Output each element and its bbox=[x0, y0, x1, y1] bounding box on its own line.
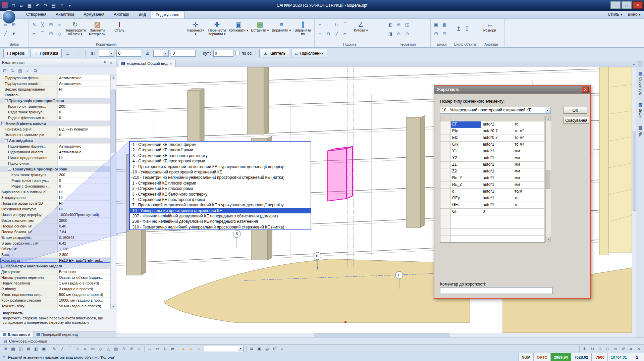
fe-type-list[interactable]: -1 - Стержневий КЕ плоскої ферми-2 - Сте… bbox=[129, 141, 311, 230]
value-cell[interactable]: auto*1 bbox=[481, 142, 513, 148]
pick-filter-icon[interactable]: ▼ bbox=[10, 29, 18, 38]
block-create-icon[interactable]: ▣ bbox=[432, 20, 440, 29]
convert-objects-button[interactable]: ↻Перетворити об'єкти ▾ bbox=[65, 20, 86, 36]
scroll-down-icon[interactable]: ▼ bbox=[111, 304, 116, 309]
move-button[interactable]: ✛Перенести ▾ bbox=[185, 20, 206, 36]
property-value[interactable]: 0 bbox=[58, 115, 110, 120]
collapse-icon[interactable]: − bbox=[1, 265, 4, 268]
property-row[interactable]: Налаштування перетинівОсьові та об'єми (… bbox=[0, 275, 110, 280]
property-row[interactable]: Умов. подовження стер...500 мм (задано в… bbox=[0, 292, 110, 298]
panel-tab-2[interactable]: Ліс bbox=[639, 124, 643, 139]
ribbon-tab-4[interactable]: Вид bbox=[134, 11, 151, 18]
fe-type-option[interactable]: -4 - Стержневий КЕ просторової ферми bbox=[130, 158, 311, 164]
stiffness-row[interactable]: EFauto*1тс bbox=[440, 121, 545, 128]
fe-type-option[interactable]: 2 - Стержневий КЕ плоскої рами bbox=[130, 186, 311, 191]
scroll-up-icon[interactable]: ▲ bbox=[546, 116, 551, 121]
print-icon[interactable]: ▤ bbox=[50, 2, 57, 9]
cut-line-icon[interactable]: ╱ bbox=[333, 29, 341, 38]
property-row[interactable]: Назва контуру перерізу1000x400Прямокутни… bbox=[0, 212, 110, 218]
row-selector-cell[interactable] bbox=[440, 162, 451, 168]
property-row[interactable]: −Автопідрізки bbox=[0, 138, 110, 144]
pick-line-icon[interactable]: ╱ bbox=[1, 29, 9, 38]
property-value[interactable]: 0.40 bbox=[58, 223, 110, 229]
row-selector-cell[interactable] bbox=[440, 209, 451, 215]
apply-icon[interactable]: ✓ bbox=[24, 67, 31, 74]
property-row[interactable]: Вирівнювання аналітичної...Ні bbox=[0, 189, 110, 195]
cut-scissors-icon[interactable]: ✂ bbox=[341, 29, 349, 38]
collapse-icon[interactable]: − bbox=[5, 139, 8, 142]
property-value[interactable]: 3 (задано в проекті) bbox=[58, 286, 110, 292]
close-icon[interactable]: ✕ bbox=[170, 62, 172, 65]
draw-text-icon[interactable]: A bbox=[120, 346, 127, 352]
ribbon-tab-0[interactable]: Створення bbox=[21, 11, 51, 18]
property-row[interactable]: Об'єднання контурівНі bbox=[0, 206, 110, 212]
expand-all-icon[interactable]: ▤ bbox=[17, 67, 23, 74]
param-cell[interactable]: Z2 bbox=[451, 168, 481, 175]
property-row[interactable]: Підрізування аналіті...Автоматично bbox=[0, 149, 110, 155]
scroll-track[interactable] bbox=[111, 80, 116, 304]
property-value[interactable]: Ні bbox=[58, 206, 110, 212]
new-document-icon[interactable]: □ bbox=[10, 2, 17, 9]
ok-button[interactable]: ОК bbox=[563, 107, 587, 114]
property-row[interactable]: Підрізування фізичн...Автоматично bbox=[0, 144, 110, 149]
ribbon-tab-2[interactable]: Армування bbox=[79, 11, 109, 18]
chevron-down-icon[interactable]: ⌄ bbox=[633, 62, 635, 66]
stiffness-row[interactable]: GF0 bbox=[440, 209, 545, 215]
selected-column[interactable] bbox=[328, 147, 353, 201]
draw-triangle-icon[interactable]: △ bbox=[105, 346, 112, 352]
value-cell[interactable]: 0 bbox=[481, 209, 513, 215]
dialog-title-bar[interactable]: Жорсткість ✕ bbox=[434, 86, 590, 94]
property-value[interactable]: Ні bbox=[58, 155, 110, 160]
scroll-thumb[interactable] bbox=[633, 131, 636, 211]
property-value[interactable]: 10000 мм (задано в про... bbox=[58, 298, 110, 303]
line-style-select[interactable]: ▾ bbox=[99, 50, 114, 57]
minimize-button[interactable]: – bbox=[610, 1, 621, 9]
property-row[interactable]: Вага, т2.800 bbox=[0, 252, 110, 258]
close-icon[interactable]: ✕ bbox=[582, 87, 589, 93]
property-value[interactable]: 0 bbox=[58, 178, 110, 183]
fe-type-option[interactable]: -2 - Стержневий КЕ плоскої рами bbox=[130, 147, 311, 153]
align-to-button[interactable]: ∥Вирівняти по bbox=[293, 20, 313, 36]
subtract-icon[interactable]: ⊟ bbox=[47, 29, 55, 38]
stiffness-row[interactable]: EIzauto*0.7тс·м² bbox=[440, 135, 545, 142]
fill-style-icon[interactable]: ◧ bbox=[89, 49, 97, 57]
stiffness-row[interactable]: Ru_Zauto*1мм bbox=[440, 182, 545, 189]
snap-perpendicular-icon[interactable]: ◧ bbox=[33, 346, 40, 352]
capital-button[interactable]: ▲ Капітель bbox=[259, 49, 289, 57]
snap-button[interactable]: ⊥ Прив'язка bbox=[30, 49, 62, 57]
row-selector-cell[interactable] bbox=[440, 121, 451, 128]
level-select[interactable]: ▾ bbox=[153, 50, 169, 57]
layer-select[interactable]: ▾ bbox=[204, 346, 244, 352]
properties-tab-0[interactable]: Властивості bbox=[0, 331, 34, 338]
fe-type-option[interactable]: 310 - Геометрично нелінійний універсальн… bbox=[130, 224, 311, 230]
offset-input-1[interactable] bbox=[116, 50, 141, 57]
property-value[interactable]: 2800 bbox=[58, 218, 110, 223]
collapse-icon[interactable]: − bbox=[8, 168, 11, 171]
property-value[interactable]: 1 мм (задано в проекті) bbox=[58, 280, 110, 286]
zoom-out-icon[interactable]: ⊖ bbox=[604, 346, 611, 352]
value-cell[interactable]: auto*1 bbox=[481, 121, 513, 128]
snap-center-icon[interactable]: ▣ bbox=[40, 346, 48, 352]
toolbar-options-icon[interactable]: ▾ bbox=[66, 2, 73, 9]
property-row[interactable]: −Нижній рівень колони bbox=[0, 121, 110, 126]
trim-icon[interactable]: ✂ bbox=[30, 29, 38, 38]
cut-up-icon[interactable]: ⊓ bbox=[324, 29, 332, 38]
fe-type-option[interactable]: 208 - Фізично нелінійний двовузловий КЕ … bbox=[130, 219, 311, 224]
property-row[interactable]: S арм.розрахунк., см²6.42 bbox=[0, 241, 110, 246]
cut-angle-icon[interactable]: ∟ bbox=[324, 20, 332, 29]
property-value[interactable] bbox=[58, 161, 110, 166]
save-icon[interactable]: ▦ bbox=[26, 2, 33, 9]
row-selector-cell[interactable] bbox=[440, 189, 451, 195]
value-cell[interactable]: auto*1 bbox=[481, 162, 513, 168]
property-value[interactable]: 6.42 bbox=[58, 241, 110, 246]
snap-node-icon[interactable]: ▦ bbox=[9, 346, 17, 352]
light-off-icon[interactable]: ○ bbox=[195, 346, 202, 352]
property-value[interactable]: 0 bbox=[58, 109, 110, 115]
scroll-up-icon[interactable]: ▲ bbox=[111, 75, 116, 80]
fe-type-option[interactable]: 1 - Стержневий КЕ плоскої ферми bbox=[130, 180, 311, 186]
column[interactable] bbox=[406, 115, 425, 227]
light-on-icon[interactable]: ● bbox=[179, 346, 187, 352]
on-axis-checkbox[interactable] bbox=[235, 51, 240, 55]
panel-options-icon[interactable] bbox=[638, 61, 643, 66]
property-value[interactable]: 200 bbox=[58, 104, 110, 109]
